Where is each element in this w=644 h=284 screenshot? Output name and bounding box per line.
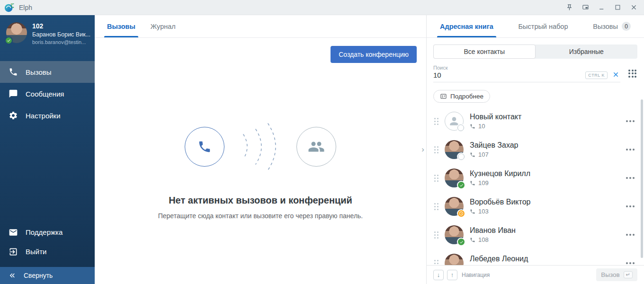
dialpad-grid-button[interactable] bbox=[627, 69, 637, 79]
sidebar-item-calls[interactable]: Вызовы bbox=[0, 61, 95, 83]
close-icon bbox=[612, 71, 619, 78]
contact-row[interactable]: Иванов Иван 108 bbox=[427, 221, 644, 249]
navigate-down-button[interactable]: ↓ bbox=[433, 270, 444, 280]
sidebar-item-label: Настройки bbox=[26, 112, 61, 120]
contact-number: 103 bbox=[478, 208, 489, 215]
pin-button[interactable] bbox=[563, 2, 576, 13]
display-mode-button[interactable] bbox=[579, 2, 592, 13]
presence-badge bbox=[458, 239, 465, 245]
phone-icon bbox=[470, 180, 475, 186]
enter-key-icon: ↵ bbox=[624, 271, 633, 278]
contacts-filter-segmented: Все контакты Избранные bbox=[433, 44, 637, 59]
search-field[interactable]: Поиск CTRL K bbox=[433, 65, 620, 82]
tab-panel-calls[interactable]: Вызовы 0 bbox=[585, 15, 638, 37]
sidebar-item-support[interactable]: Поддержка bbox=[0, 222, 95, 242]
navigate-up-button[interactable]: ↑ bbox=[447, 270, 457, 280]
contact-menu-button[interactable] bbox=[624, 145, 636, 154]
logout-icon bbox=[9, 247, 18, 257]
tab-label: Быстрый набор bbox=[519, 23, 568, 30]
close-icon bbox=[630, 4, 637, 11]
main-area: Вызовы Журнал Создать конференцию bbox=[95, 15, 426, 284]
calls-empty-area: Создать конференцию bbox=[95, 38, 426, 284]
contact-menu-button[interactable] bbox=[624, 230, 636, 240]
presence-badge bbox=[457, 124, 464, 131]
drag-handle-icon[interactable] bbox=[434, 146, 438, 153]
chat-icon bbox=[9, 89, 18, 98]
contact-avatar bbox=[445, 254, 464, 265]
sidebar-item-settings[interactable]: Настройки bbox=[0, 105, 95, 126]
clear-search-button[interactable] bbox=[611, 70, 620, 79]
contact-number: 108 bbox=[478, 236, 489, 243]
search-label: Поиск bbox=[433, 65, 581, 71]
contact-name: Кузнецов Кирилл bbox=[470, 169, 618, 178]
empty-state-subtitle: Перетащите сюда контакт или вызовите его… bbox=[158, 212, 363, 220]
user-status-badge bbox=[6, 37, 12, 44]
contact-name: Лебедев Леонид bbox=[470, 255, 618, 263]
contact-row[interactable]: Новый контакт 10 bbox=[427, 107, 644, 135]
drag-handle-icon[interactable] bbox=[434, 175, 438, 182]
search-input[interactable] bbox=[433, 71, 581, 79]
contact-menu-button[interactable] bbox=[624, 116, 636, 126]
tab-calls[interactable]: Вызовы bbox=[99, 15, 143, 37]
panel-scrollbar[interactable] bbox=[641, 99, 643, 258]
sidebar-item-messages[interactable]: Сообщения bbox=[0, 83, 95, 105]
panel-footer: ↓ ↑ Навигация Вызов ↵ bbox=[427, 265, 644, 284]
contact-row[interactable]: Кузнецов Кирилл 109 bbox=[427, 164, 644, 192]
drag-handle-icon[interactable] bbox=[434, 231, 438, 239]
drag-handle-icon[interactable] bbox=[434, 118, 438, 125]
contacts-panel: Адресная книга Быстрый набор Вызовы 0 Вс… bbox=[426, 15, 644, 284]
contact-name: Воробьёв Виктор bbox=[470, 198, 618, 206]
mail-icon bbox=[9, 228, 18, 237]
close-button[interactable] bbox=[627, 2, 640, 13]
segment-favorites[interactable]: Избранные bbox=[536, 44, 638, 59]
contact-number-row: 10 bbox=[470, 123, 618, 130]
collapse-sidebar-button[interactable]: Свернуть bbox=[0, 267, 95, 284]
panel-collapse-handle[interactable]: › bbox=[420, 143, 426, 156]
sidebar-item-label: Поддержка bbox=[26, 228, 63, 236]
gear-icon bbox=[9, 111, 18, 120]
contact-name: Новый контакт bbox=[470, 113, 618, 121]
contact-menu-button[interactable] bbox=[624, 258, 636, 265]
drag-handle-icon[interactable] bbox=[434, 203, 438, 210]
drag-handle-icon[interactable] bbox=[434, 260, 438, 266]
minimize-button[interactable] bbox=[595, 2, 608, 13]
contact-menu-button[interactable] bbox=[624, 173, 636, 183]
tab-address-book[interactable]: Адресная книга bbox=[432, 15, 501, 37]
app-title: Elph bbox=[19, 4, 32, 11]
phone-icon bbox=[9, 67, 18, 77]
sound-waves-icon bbox=[236, 117, 285, 176]
tab-journal[interactable]: Журнал bbox=[143, 15, 183, 37]
contact-number: 109 bbox=[478, 179, 489, 186]
tab-label: Вызовы bbox=[107, 23, 135, 30]
app-window: SIP Elph bbox=[0, 0, 644, 284]
contact-menu-button[interactable] bbox=[624, 202, 636, 211]
svg-text:SIP: SIP bbox=[11, 3, 14, 5]
tab-speed-dial[interactable]: Быстрый набор bbox=[511, 15, 576, 37]
call-button[interactable]: Вызов ↵ bbox=[596, 268, 637, 281]
phone-icon bbox=[470, 209, 475, 214]
create-conference-button[interactable]: Создать конференцию bbox=[331, 46, 417, 63]
contact-avatar bbox=[445, 140, 464, 159]
segment-all-contacts[interactable]: Все контакты bbox=[433, 44, 536, 59]
contact-avatar bbox=[445, 225, 464, 244]
contact-row[interactable]: Зайцев Захар 107 bbox=[427, 135, 644, 164]
check-icon bbox=[459, 240, 464, 244]
contact-row[interactable]: Воробьёв Виктор 103 bbox=[427, 192, 644, 221]
keyboard-shortcut-badge: CTRL K bbox=[585, 71, 608, 79]
user-profile[interactable]: 102 Баранов Борис Вик... boris.baranov@t… bbox=[0, 15, 95, 53]
sidebar-footer-menu: Поддержка Выйти bbox=[0, 222, 95, 267]
empty-state-title: Нет активных вызовов и конференций bbox=[169, 195, 352, 206]
details-button[interactable]: Подробнее bbox=[433, 90, 490, 103]
calls-count-badge: 0 bbox=[622, 22, 631, 31]
contact-avatar bbox=[445, 112, 464, 131]
sidebar-item-logout[interactable]: Выйти bbox=[0, 242, 95, 261]
maximize-button[interactable] bbox=[611, 2, 624, 13]
conference-circle-icon bbox=[296, 127, 336, 167]
user-name: Баранов Борис Вик... bbox=[32, 31, 90, 38]
contact-number: 10 bbox=[478, 123, 485, 130]
contact-number-row: 109 bbox=[470, 179, 618, 186]
contact-number-row: 107 bbox=[470, 151, 618, 158]
maximize-icon bbox=[614, 4, 621, 11]
titlebar: SIP Elph bbox=[0, 0, 644, 15]
contact-row[interactable]: Лебедев Леонид 110 bbox=[427, 249, 644, 265]
